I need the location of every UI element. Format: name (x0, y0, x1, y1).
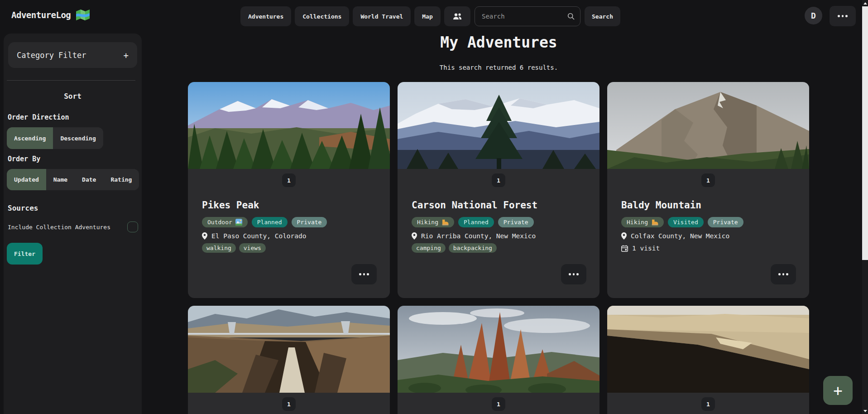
tag: views (239, 243, 266, 253)
adventure-image[interactable] (607, 82, 809, 169)
adventure-card: 1 (607, 306, 809, 414)
adventure-image[interactable] (398, 306, 599, 393)
nav-world-travel[interactable]: World Travel (353, 6, 411, 26)
count-badge: 1 (492, 397, 505, 411)
order-ascending-button[interactable]: Ascending (7, 127, 53, 149)
include-collection-checkbox[interactable] (127, 221, 138, 232)
divider (7, 80, 135, 81)
ellipsis-icon (778, 273, 788, 275)
calendar-icon (621, 245, 628, 252)
status-badge: Visited (668, 217, 704, 227)
location-text: El Paso County, Colorado (211, 232, 307, 240)
brand-name: AdventureLog (11, 10, 71, 20)
adventure-image[interactable] (398, 82, 599, 169)
avatar[interactable]: D (805, 7, 822, 24)
scrollbar (862, 0, 868, 414)
include-collection-row: Include Collection Adventures (8, 221, 138, 232)
order-by-rating-button[interactable]: Rating (103, 169, 139, 190)
nav-map[interactable]: Map (414, 6, 440, 26)
shared-adventures-button[interactable] (444, 6, 470, 26)
include-collection-label: Include Collection Adventures (8, 224, 110, 231)
visits-row: 1 visit (621, 245, 795, 252)
map-pin-icon (412, 232, 417, 240)
park-icon (235, 219, 242, 226)
tag: camping (412, 243, 446, 253)
badge-row: Outdoor Planned Private (202, 217, 376, 227)
boot-icon (651, 219, 658, 226)
order-by-updated-button[interactable]: Updated (7, 169, 46, 190)
scroll-down-arrow[interactable] (862, 408, 868, 414)
adventure-card: 1 Pikes Peak Outdoor Pla (188, 82, 390, 298)
category-filter-toggle[interactable]: Category Filter + (8, 42, 137, 68)
status-badge: Planned (252, 217, 288, 227)
count-badge: 1 (701, 173, 715, 187)
search-button[interactable]: Search (585, 6, 620, 26)
category-badge: Hiking (621, 217, 664, 227)
adventure-title[interactable]: Pikes Peak (202, 200, 376, 211)
card-menu-button[interactable] (771, 264, 796, 284)
card-body: Carson National Forest Hiking Planned Pr… (398, 200, 599, 253)
adventure-image[interactable] (188, 306, 390, 393)
nav-adventures[interactable]: Adventures (240, 6, 291, 26)
category-badge: Hiking (412, 217, 454, 227)
avatar-initial: D (811, 11, 816, 20)
boot-icon (441, 219, 449, 226)
order-by-name-button[interactable]: Name (46, 169, 75, 190)
card-body: Pikes Peak Outdoor Planned Private (188, 200, 390, 253)
order-direction-group: Ascending Descending (7, 127, 103, 149)
adventure-card: 1 Baldy Mountain Hiking Visited Private (607, 82, 809, 298)
plus-icon: + (833, 383, 842, 398)
plus-icon: + (124, 50, 129, 60)
nav-menu: Adventures Collections World Travel Map (240, 6, 470, 26)
navbar-more-button[interactable] (830, 6, 856, 26)
adventure-title[interactable]: Carson National Forest (412, 200, 585, 211)
adventure-grid: 1 Pikes Peak Outdoor Pla (188, 82, 810, 414)
location-text: Rio Arriba County, New Mexico (421, 232, 536, 240)
adventure-image[interactable] (188, 82, 390, 169)
scrollbar-thumb[interactable] (862, 6, 868, 260)
search-box (475, 6, 580, 26)
order-by-date-button[interactable]: Date (75, 169, 103, 190)
visits-text: 1 visit (632, 245, 660, 252)
location-row: Colfax County, New Mexico (621, 232, 795, 240)
status-badge: Planned (458, 217, 494, 227)
adventure-image[interactable] (607, 306, 809, 393)
add-adventure-button[interactable]: + (823, 376, 853, 405)
location-row: El Paso County, Colorado (202, 232, 376, 240)
location-row: Rio Arriba County, New Mexico (412, 232, 585, 240)
count-badge: 1 (701, 397, 715, 411)
tag: walking (202, 243, 236, 253)
sort-heading: Sort (4, 92, 142, 101)
count-badge: 1 (492, 173, 505, 187)
nav-collections[interactable]: Collections (295, 6, 349, 26)
visibility-badge: Private (708, 217, 743, 227)
location-text: Colfax County, New Mexico (631, 232, 729, 240)
scroll-up-arrow[interactable] (862, 0, 868, 6)
page-title: My Adventures (188, 34, 810, 51)
brand[interactable]: AdventureLog (11, 10, 90, 20)
ellipsis-icon (359, 273, 369, 275)
results-text: This search returned 6 results. (188, 64, 810, 71)
map-pin-icon (621, 232, 627, 240)
card-menu-button[interactable] (351, 264, 377, 284)
filter-sidebar: Category Filter + Sort Order Direction A… (4, 34, 142, 414)
card-menu-button[interactable] (561, 264, 586, 284)
visibility-badge: Private (292, 217, 327, 227)
ellipsis-icon (569, 273, 579, 275)
order-descending-button[interactable]: Descending (53, 127, 103, 149)
adventure-card: 1 (188, 306, 390, 414)
visibility-badge: Private (498, 217, 534, 227)
count-badge: 1 (282, 173, 296, 187)
adventure-title[interactable]: Baldy Mountain (621, 200, 795, 211)
filter-button[interactable]: Filter (7, 243, 43, 265)
badge-row: Hiking Visited Private (621, 217, 795, 227)
map-icon (76, 10, 90, 20)
adventure-card: 1 Carson National Forest Hiking Planned … (398, 82, 599, 298)
count-badge: 1 (282, 397, 296, 411)
search-input[interactable] (475, 13, 567, 20)
adventurelog-app: AdventureLog Adventures Collections Worl… (0, 0, 868, 414)
tag-row: walking views (202, 243, 376, 253)
category-badge: Outdoor (202, 217, 248, 227)
search-icon (567, 13, 575, 20)
adventure-card: 1 (398, 306, 599, 414)
